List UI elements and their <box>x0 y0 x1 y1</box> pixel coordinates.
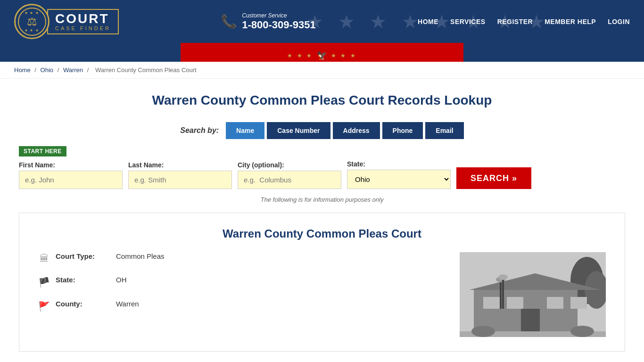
svg-rect-7 <box>507 297 523 309</box>
first-name-input[interactable] <box>19 171 123 189</box>
start-here-badge: START HERE <box>19 146 66 156</box>
logo-circle: ★ ★ ★ ⚖ ★ ★ ★ <box>14 4 50 39</box>
logo-stars-bottom: ★ ★ ★ <box>25 28 39 33</box>
breadcrumb-sep-1: / <box>34 66 38 74</box>
logo-text-area: COURT CASE FINDER <box>47 9 119 34</box>
eagle-badge: ★ ★ ★ 🦅 ★ ★ ★ <box>287 50 356 61</box>
first-name-group: First Name: <box>19 161 123 189</box>
site-header: ★ ★ ★ ★ ★ ★ ★ ★ ★ ★ ★ ⚖ ★ ★ ★ COURT CASE… <box>0 0 644 43</box>
last-name-input[interactable] <box>128 171 232 189</box>
county-value: Warren <box>116 300 139 308</box>
eagle-icon: 🦅 <box>317 50 327 61</box>
svg-rect-10 <box>500 280 502 309</box>
logo-area: ★ ★ ★ ⚖ ★ ★ ★ COURT CASE FINDER <box>14 4 119 39</box>
state-content: State: OH <box>56 276 127 284</box>
state-label-court: State: <box>56 276 112 284</box>
svg-point-15 <box>471 326 495 337</box>
court-type-item: 🏛 Court Type: Common Pleas <box>38 252 441 264</box>
court-type-content: Court Type: Common Pleas <box>56 252 165 260</box>
tab-address[interactable]: Address <box>333 122 380 139</box>
page-title: Warren County Common Pleas Court Records… <box>19 93 625 108</box>
eagle-stars-left: ★ ★ ★ <box>287 52 313 59</box>
logo-stars-top: ★ ★ ★ <box>25 11 39 15</box>
logo-court-text: COURT <box>55 12 111 25</box>
breadcrumb-ohio[interactable]: Ohio <box>41 66 53 74</box>
svg-rect-5 <box>521 309 540 332</box>
breadcrumb-current: Warren County Common Pleas Court <box>95 66 197 74</box>
main-nav: HOME SERVICES REGISTER MEMBER HELP LOGIN <box>418 18 630 25</box>
nav-member-help[interactable]: MEMBER HELP <box>545 18 596 25</box>
search-button[interactable]: SEARCH » <box>456 167 531 189</box>
court-card: Warren County Common Pleas Court 🏛 Court… <box>19 213 625 352</box>
svg-point-16 <box>570 326 594 337</box>
eagle-stars-right: ★ ★ ★ <box>331 52 357 59</box>
logo-inner: ★ ★ ★ ⚖ ★ ★ ★ <box>18 8 46 36</box>
main-content: Warren County Common Pleas Court Records… <box>0 79 644 362</box>
city-label: City (optional): <box>238 161 341 169</box>
svg-rect-9 <box>570 297 587 309</box>
nav-register[interactable]: REGISTER <box>497 18 533 25</box>
state-item: 🏴 State: OH <box>38 276 441 288</box>
breadcrumb-sep-2: / <box>58 66 61 74</box>
search-form-row: First Name: Last Name: City (optional): … <box>19 160 625 189</box>
svg-rect-8 <box>547 297 563 309</box>
svg-rect-12 <box>502 278 504 309</box>
court-type-label: Court Type: <box>56 252 112 260</box>
tab-email[interactable]: Email <box>425 122 463 139</box>
breadcrumb-warren[interactable]: Warren <box>63 66 83 74</box>
court-card-title: Warren County Common Pleas Court <box>38 227 606 240</box>
banner-decoration: ★ ★ ★ 🦅 ★ ★ ★ <box>0 43 644 62</box>
phone-number: 1-800-309-9351 <box>242 19 316 31</box>
county-icon: 🚩 <box>38 301 50 312</box>
tab-name[interactable]: Name <box>226 122 264 139</box>
svg-point-13 <box>498 274 508 280</box>
court-type-icon: 🏛 <box>38 253 50 264</box>
court-building-svg <box>460 252 606 337</box>
court-type-value: Common Pleas <box>116 252 165 260</box>
logo-shield-icon: ⚖ <box>27 15 37 28</box>
info-note: The following is for information purpose… <box>19 196 625 203</box>
customer-service-label: Customer Service <box>242 12 316 19</box>
logo-case-finder-text: CASE FINDER <box>55 25 111 31</box>
state-group: State: Ohio Alabama Alaska Arizona Arkan… <box>347 160 451 189</box>
tab-case-number[interactable]: Case Number <box>267 122 330 139</box>
tab-phone[interactable]: Phone <box>382 122 423 139</box>
state-icon: 🏴 <box>38 277 50 288</box>
search-by-label: Search by: <box>180 126 219 135</box>
nav-services[interactable]: SERVICES <box>450 18 486 25</box>
first-name-label: First Name: <box>19 161 123 169</box>
state-select[interactable]: Ohio Alabama Alaska Arizona Arkansas Cal… <box>347 170 451 189</box>
phone-text: Customer Service 1-800-309-9351 <box>242 12 316 31</box>
last-name-label: Last Name: <box>128 161 232 169</box>
court-info-list: 🏛 Court Type: Common Pleas 🏴 State: OH 🚩 <box>38 252 441 337</box>
court-image <box>460 252 606 337</box>
state-label: State: <box>347 160 451 168</box>
phone-icon: 📞 <box>221 14 237 29</box>
last-name-group: Last Name: <box>128 161 232 189</box>
breadcrumb: Home / Ohio / Warren / Warren County Com… <box>0 62 644 79</box>
svg-rect-6 <box>483 297 500 309</box>
court-details: 🏛 Court Type: Common Pleas 🏴 State: OH 🚩 <box>38 252 606 337</box>
county-item: 🚩 County: Warren <box>38 300 441 312</box>
city-input[interactable] <box>238 171 341 189</box>
phone-area: 📞 Customer Service 1-800-309-9351 <box>221 12 316 31</box>
nav-home[interactable]: HOME <box>418 18 438 25</box>
search-form-area: START HERE First Name: Last Name: City (… <box>19 146 625 189</box>
state-value-court: OH <box>116 276 127 284</box>
breadcrumb-home[interactable]: Home <box>14 66 31 74</box>
county-label: County: <box>56 300 112 308</box>
county-content: County: Warren <box>56 300 139 308</box>
search-by-row: Search by: Name Case Number Address Phon… <box>19 122 625 139</box>
breadcrumb-sep-3: / <box>87 66 91 74</box>
nav-login[interactable]: LOGIN <box>608 18 630 25</box>
city-group: City (optional): <box>238 161 341 189</box>
